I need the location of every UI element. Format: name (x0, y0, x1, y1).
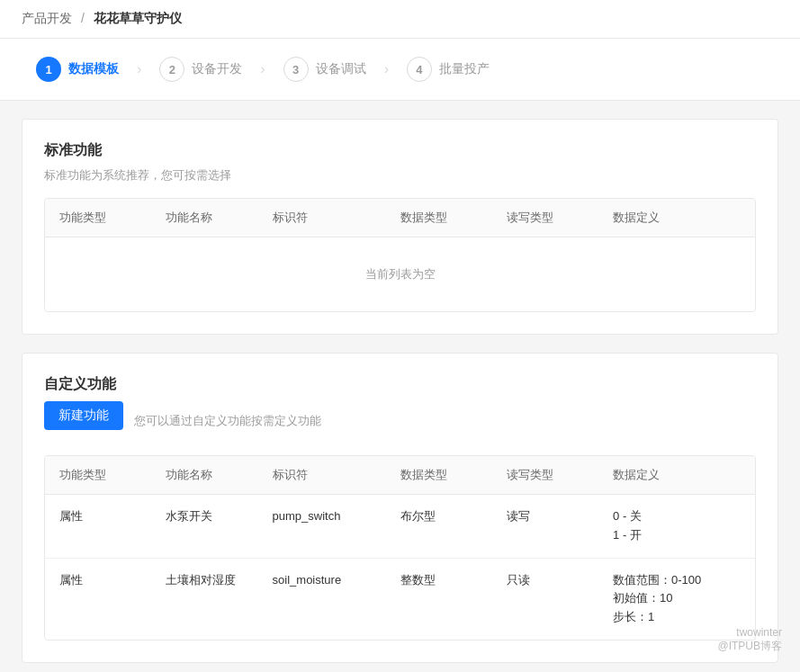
row-1-type: 属性 (59, 571, 166, 590)
custom-col-3: 数据类型 (400, 467, 507, 483)
custom-table-header: 功能类型 功能名称 标识符 数据类型 读写类型 数据定义 (45, 456, 755, 495)
custom-col-0: 功能类型 (59, 467, 166, 483)
row-0-type: 属性 (59, 507, 166, 526)
step-1-circle: 1 (36, 57, 61, 82)
row-1-identifier: soil_moisture (273, 571, 400, 590)
step-2-label: 设备开发 (192, 61, 242, 77)
new-feature-button[interactable]: 新建功能 (44, 401, 123, 430)
custom-col-4: 读写类型 (507, 467, 613, 483)
custom-features-table: 功能类型 功能名称 标识符 数据类型 读写类型 数据定义 属性 水泵开关 pum… (44, 455, 756, 641)
step-4-label: 批量投产 (439, 61, 490, 77)
step-4[interactable]: 4 批量投产 (407, 57, 490, 82)
row-0-datatype: 布尔型 (400, 507, 507, 526)
standard-col-2: 标识符 (273, 210, 400, 226)
custom-features-card: 自定义功能 新建功能 您可以通过自定义功能按需定义功能 功能类型 功能名称 标识… (22, 353, 778, 663)
breadcrumb-separator: / (81, 11, 85, 25)
table-row: 属性 土壤相对湿度 soil_moisture 整数型 只读 数值范围：0-10… (45, 559, 755, 640)
row-1-datatype: 整数型 (400, 571, 507, 590)
table-row: 属性 水泵开关 pump_switch 布尔型 读写 0 - 关 1 - 开 (45, 495, 755, 559)
step-1[interactable]: 1 数据模板 (36, 57, 119, 82)
step-1-label: 数据模板 (68, 61, 119, 77)
standard-features-card: 标准功能 标准功能为系统推荐，您可按需选择 功能类型 功能名称 标识符 数据类型… (22, 119, 778, 335)
breadcrumb-parent[interactable]: 产品开发 (22, 11, 72, 25)
custom-col-2: 标识符 (273, 467, 400, 483)
step-2[interactable]: 2 设备开发 (159, 57, 242, 82)
standard-col-4: 读写类型 (507, 210, 613, 226)
custom-features-title: 自定义功能 (44, 375, 756, 394)
custom-col-5: 数据定义 (613, 467, 741, 483)
row-1-name: 土壤相对湿度 (166, 571, 272, 590)
steps-bar: 1 数据模板 › 2 设备开发 › 3 设备调试 › 4 批量投产 (0, 39, 800, 101)
standard-table-empty: 当前列表为空 (45, 237, 755, 311)
step-3-circle: 3 (283, 57, 309, 82)
step-arrow-2: › (260, 61, 265, 77)
custom-col-1: 功能名称 (166, 467, 272, 483)
standard-col-1: 功能名称 (166, 210, 272, 226)
step-arrow-1: › (137, 61, 141, 77)
step-3-label: 设备调试 (316, 61, 366, 77)
standard-features-title: 标准功能 (44, 141, 756, 160)
standard-table-header: 功能类型 功能名称 标识符 数据类型 读写类型 数据定义 (45, 199, 755, 237)
row-1-rwtype: 只读 (507, 571, 613, 590)
row-1-definition: 数值范围：0-100 初始值：10 步长：1 (613, 571, 741, 627)
row-0-identifier: pump_switch (273, 507, 400, 526)
new-feature-hint: 您可以通过自定义功能按需定义功能 (134, 413, 321, 429)
step-3[interactable]: 3 设备调试 (283, 57, 366, 82)
breadcrumb-current: 花花草草守护仪 (94, 11, 182, 25)
breadcrumb-bar: 产品开发 / 花花草草守护仪 (0, 0, 800, 39)
standard-col-0: 功能类型 (59, 210, 166, 226)
main-content: 标准功能 标准功能为系统推荐，您可按需选择 功能类型 功能名称 标识符 数据类型… (0, 101, 800, 672)
step-2-circle: 2 (159, 57, 184, 82)
standard-col-3: 数据类型 (400, 210, 507, 226)
standard-features-subtitle: 标准功能为系统推荐，您可按需选择 (44, 167, 756, 184)
step-4-circle: 4 (407, 57, 432, 82)
standard-col-5: 数据定义 (613, 210, 741, 226)
standard-features-table: 功能类型 功能名称 标识符 数据类型 读写类型 数据定义 当前列表为空 (44, 198, 756, 312)
new-btn-row: 新建功能 您可以通过自定义功能按需定义功能 (44, 401, 756, 441)
row-0-definition: 0 - 关 1 - 开 (613, 507, 741, 545)
step-arrow-3: › (384, 61, 389, 77)
row-0-name: 水泵开关 (166, 507, 272, 526)
row-0-rwtype: 读写 (507, 507, 613, 526)
